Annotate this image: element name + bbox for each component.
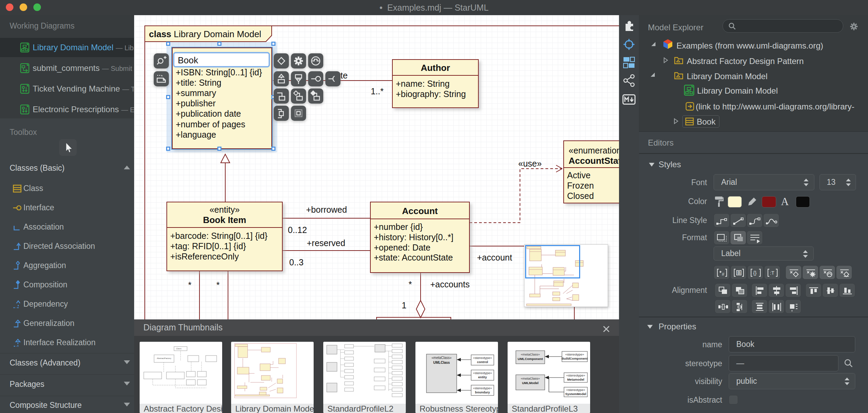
svg-text:+borrowed: +borrowed: [306, 205, 347, 214]
svg-text:Frozen: Frozen: [567, 181, 594, 190]
svg-text:0..12: 0..12: [288, 225, 307, 235]
svg-text:+publication date: +publication date: [176, 109, 241, 118]
svg-text:#: #: [722, 272, 725, 277]
svg-text:control: control: [477, 360, 488, 364]
svg-text:*: *: [409, 279, 412, 289]
svg-text:«use»: «use»: [518, 159, 542, 168]
svg-text:AccountState: AccountState: [568, 156, 619, 166]
svg-text:+title: String: +title: String: [176, 78, 221, 87]
svg-text:+accounts: +accounts: [430, 279, 470, 289]
svg-text:«stereotype»: «stereotype»: [566, 373, 585, 377]
svg-text:UMLComponent: UMLComponent: [518, 357, 543, 361]
svg-text:+name: String: +name: String: [396, 79, 449, 88]
svg-text:Metamodel: Metamodel: [567, 378, 584, 381]
svg-text:«stereotype»: «stereotype»: [473, 356, 492, 360]
svg-text:+language: +language: [176, 130, 216, 139]
svg-text:«metaClass»: «metaClass»: [432, 356, 452, 360]
svg-text:entity: entity: [478, 375, 487, 379]
svg-text:«metaClass»: «metaClass»: [521, 352, 540, 356]
svg-text:+summary: +summary: [176, 88, 216, 98]
svg-text:«enumeration»: «enumeration»: [569, 146, 619, 155]
svg-text:Book Item: Book Item: [203, 215, 246, 225]
svg-text:te: te: [340, 71, 348, 80]
svg-text:Client: Client: [176, 348, 182, 350]
svg-text:UMLClass: UMLClass: [433, 361, 450, 364]
svg-text:+state: AccountState: +state: AccountState: [374, 253, 453, 262]
svg-text:«entity»: «entity»: [209, 205, 240, 214]
svg-text:«metaClass»: «metaClass»: [521, 377, 540, 380]
svg-text:0..3: 0..3: [289, 257, 304, 267]
svg-text:+opened: Date: +opened: Date: [374, 243, 431, 252]
svg-text:AbstractFactory: AbstractFactory: [157, 357, 171, 359]
svg-text:SystemModel: SystemModel: [565, 392, 586, 396]
svg-text:+number of pages: +number of pages: [176, 119, 245, 129]
svg-text:class Library Domain Model: class Library Domain Model: [149, 29, 261, 39]
svg-text:+history: History[0..*]: +history: History[0..*]: [374, 232, 453, 242]
svg-text:Active: Active: [567, 170, 590, 180]
svg-text:*: *: [216, 280, 220, 290]
svg-text:BuildComponent: BuildComponent: [562, 357, 588, 360]
svg-text:+account: +account: [477, 253, 512, 262]
svg-text:+publisher: +publisher: [176, 98, 216, 108]
svg-text:{}: {}: [753, 270, 757, 276]
svg-text:+biography: String: +biography: String: [396, 89, 466, 99]
svg-text::T: :T: [770, 270, 774, 276]
svg-text:+ISBN: String[0..1] {id}: +ISBN: String[0..1] {id}: [176, 67, 262, 77]
svg-text:«stereotype»: «stereotype»: [565, 352, 584, 356]
svg-text:«stereotype»: «stereotype»: [473, 371, 492, 375]
svg-text:1: 1: [402, 300, 406, 310]
svg-text:*: *: [188, 280, 192, 290]
svg-text:+reserved: +reserved: [307, 238, 345, 248]
svg-text:Closed: Closed: [567, 191, 594, 201]
svg-text:+tag: RFID[0..1] {id}: +tag: RFID[0..1] {id}: [170, 241, 246, 251]
svg-text:+isReferenceOnly: +isReferenceOnly: [170, 252, 239, 261]
svg-text:+number {id}: +number {id}: [374, 222, 423, 232]
svg-text:«stereotype»: «stereotype»: [473, 386, 492, 390]
svg-text:+barcode: String[0..1] {id}: +barcode: String[0..1] {id}: [170, 231, 268, 241]
svg-text:UMLModel: UMLModel: [522, 381, 539, 385]
svg-text:Author: Author: [421, 63, 450, 73]
svg-text:1..*: 1..*: [371, 86, 384, 96]
svg-text:B: B: [738, 271, 741, 275]
svg-text:boundary: boundary: [475, 390, 490, 394]
svg-text:«stereotype»: «stereotype»: [566, 388, 585, 392]
svg-text:Account: Account: [402, 206, 438, 216]
